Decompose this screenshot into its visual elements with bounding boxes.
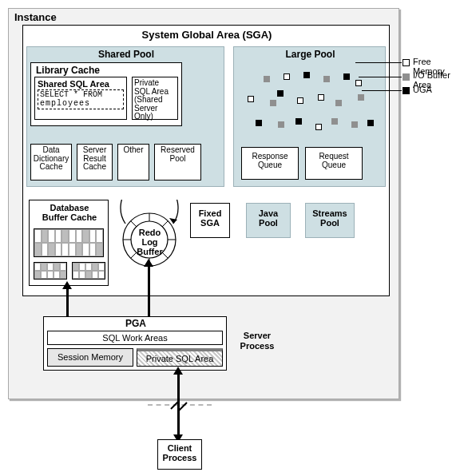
free-memory-icon [297,97,303,104]
uga-memory-icon [256,120,262,126]
sql-statement: SELECT * FROM employees [38,89,124,109]
streams-pool: Streams Pool [305,203,355,238]
arrow-line [66,288,69,316]
io-memory-icon [331,118,338,125]
private-sql-area-shared: Private SQL Area (Shared Server Only) [132,77,178,120]
data-dictionary-cache: Data Dictionary Cache [30,144,72,180]
free-memory-icon [315,124,322,130]
buffer-grid-icon [34,262,67,280]
shared-sql-area: Shared SQL Area SELECT * FROM employees [34,77,127,120]
shared-pool-title: Shared Pool [27,49,225,60]
client-process: Client Process [157,439,202,470]
java-pool: Java Pool [246,203,291,238]
sql-line2: employees [40,99,90,108]
shared-sql-area-title: Shared SQL Area [38,79,124,89]
uga-memory-icon [367,120,374,126]
free-memory-icon [284,73,290,80]
sql-work-areas: SQL Work Areas [47,331,223,345]
io-memory-icon [335,100,342,106]
legend-uga-icon [403,87,410,94]
buffer-grid-icon [34,228,104,257]
other-pool: Other [117,144,149,180]
library-cache-title: Library Cache [36,65,100,76]
io-memory-icon [358,94,364,101]
io-memory-icon [264,76,270,82]
io-memory-icon [351,121,358,128]
legend-connector [359,77,402,77]
uga-memory-icon [343,73,350,80]
legend-io-icon [403,73,410,81]
uga-memory-icon [295,118,302,125]
redo-log-buffer-title: Redo Log Buffer [120,228,180,256]
fixed-sga: Fixed SGA [190,203,230,238]
legend-connector [362,90,402,91]
break-icon [169,398,188,414]
private-sql-area-pga: Private SQL Area [137,348,223,367]
arrow-head-icon [144,259,153,267]
uga-memory-icon [303,72,310,78]
arrow-head-icon [62,281,72,289]
large-pool-title: Large Pool [234,49,387,60]
legend-free-icon [403,59,410,66]
server-process-label: Server Process [233,327,281,359]
free-memory-icon [248,96,254,102]
legend-connector [355,62,402,63]
instance-label: Instance [14,11,57,23]
reserved-pool: Reserved Pool [154,144,201,180]
io-memory-icon [270,100,276,106]
buffer-grid-icon [72,262,105,280]
free-memory-icon [318,94,324,101]
pga-title: PGA [44,318,228,329]
request-queue: Request Queue [305,147,363,180]
session-memory: Session Memory [47,348,133,367]
arrow-line [148,265,150,316]
db-buffer-cache-title: Database Buffer Cache [30,203,109,222]
sql-line1: SELECT * FROM [40,90,102,99]
sga-title: System Global Area (SGA) [23,29,391,41]
legend-uga-label: UGA [413,85,432,94]
io-memory-icon [323,76,330,82]
arrow-head-icon [173,367,183,375]
uga-memory-icon [277,90,284,97]
response-queue: Response Queue [241,147,299,180]
io-memory-icon [278,121,284,128]
free-memory-icon [355,80,362,86]
server-result-cache: Server Result Cache [77,144,113,180]
